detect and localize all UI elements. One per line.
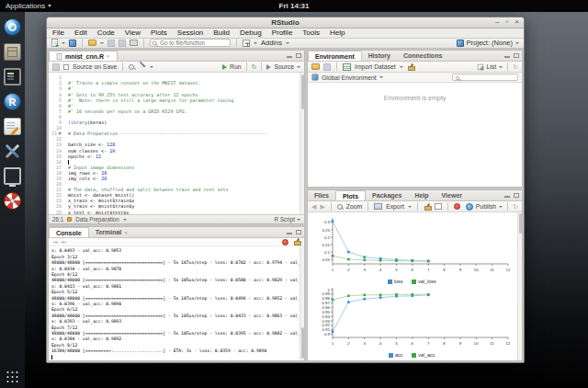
list-view-selector[interactable]: List [487, 63, 497, 70]
display-icon[interactable] [4, 167, 21, 185]
clear-plots-icon[interactable] [435, 203, 442, 210]
tab-files[interactable]: Files [308, 190, 335, 200]
source-on-save-checkbox[interactable] [63, 64, 69, 70]
editor-scrollbar[interactable] [300, 73, 304, 214]
publish-button[interactable]: Publish [476, 203, 496, 210]
minimize-pane-icon[interactable] [287, 56, 292, 58]
minimize-pane-icon[interactable] [287, 233, 292, 234]
plots-scrollbar[interactable] [517, 212, 522, 360]
maximize-pane-icon[interactable] [296, 230, 301, 234]
menu-view[interactable]: View [125, 29, 141, 37]
tab-environment[interactable]: Environment [308, 51, 362, 61]
menu-file[interactable]: File [52, 29, 64, 37]
close-tab-icon[interactable]: × [107, 53, 110, 59]
environment-search-input[interactable] [452, 74, 518, 81]
remove-plot-icon[interactable] [424, 203, 431, 211]
list-dropdown-icon[interactable] [499, 66, 503, 68]
code-tools-dropdown-icon[interactable] [150, 66, 153, 68]
import-dropdown-icon[interactable] [400, 66, 403, 68]
run-button[interactable]: Run [230, 63, 241, 70]
workspace-panes-button[interactable] [243, 40, 250, 47]
menu-code[interactable]: Code [97, 29, 115, 37]
print-button[interactable] [130, 40, 138, 46]
import-dataset-button[interactable]: Import Dataset [355, 63, 396, 70]
open-recent-dropdown-icon[interactable] [100, 42, 104, 44]
menu-build[interactable]: Build [213, 29, 230, 37]
save-button[interactable] [107, 40, 115, 47]
project-selector[interactable]: Project: (None) [467, 39, 513, 47]
open-file-button[interactable] [88, 40, 96, 46]
minimize-pane-icon[interactable] [504, 196, 510, 198]
maximize-button[interactable]: ▫ [505, 18, 508, 26]
load-workspace-icon[interactable] [311, 63, 320, 70]
next-plot-icon[interactable]: ▶ [320, 203, 324, 210]
new-file-button[interactable] [51, 39, 58, 47]
addins-dropdown-icon[interactable] [286, 42, 289, 44]
source-dropdown-icon[interactable] [297, 66, 300, 68]
close-button[interactable]: × [514, 18, 519, 26]
tab-terminal[interactable]: Terminal × [89, 227, 134, 237]
rerun-icon[interactable]: ↻ [252, 63, 257, 70]
console-output[interactable]: s: 0.0493 - val_acc: 0.9853Epoch 3/12480… [49, 246, 304, 360]
save-script-button[interactable] [52, 63, 60, 71]
code-editor[interactable]: 1234567891011121314151617181920212223242… [49, 73, 304, 214]
source-button[interactable]: Source [274, 63, 294, 70]
project-dropdown-icon[interactable] [515, 42, 519, 44]
addins-button[interactable]: Addins [261, 39, 282, 47]
maximize-pane-icon[interactable] [514, 193, 519, 198]
new-file-dropdown-icon[interactable] [62, 42, 65, 44]
menu-tools[interactable]: Tools [302, 29, 320, 37]
zoom-plot-button[interactable]: Zoom [346, 203, 362, 210]
scope-dropdown-icon[interactable] [123, 219, 127, 221]
maximize-pane-icon[interactable] [514, 53, 519, 58]
scope-selector[interactable]: Data Preparation [75, 216, 119, 223]
tab-console[interactable]: Console [49, 227, 89, 237]
environment-dropdown-icon[interactable] [379, 76, 383, 78]
close-terminal-icon[interactable]: × [124, 230, 128, 235]
applications-menu[interactable]: Applications [0, 0, 57, 12]
editor-line[interactable]: x_test <- mnist$test$x [68, 210, 304, 215]
stop-plot-button[interactable] [454, 203, 460, 210]
gedit-icon[interactable] [4, 118, 21, 135]
terminal-icon[interactable] [4, 68, 21, 86]
code-tools-icon[interactable] [138, 63, 146, 71]
stop-execution-button[interactable] [282, 239, 288, 245]
menu-plots[interactable]: Plots [151, 29, 167, 37]
global-environment-selector[interactable]: Global Environment [322, 74, 377, 81]
menu-help[interactable]: Help [330, 29, 345, 37]
menu-profile[interactable]: Profile [272, 29, 293, 37]
minimize-button[interactable]: – [495, 18, 499, 26]
show-applications-button[interactable] [6, 371, 18, 383]
save-all-button[interactable] [119, 40, 126, 47]
clear-console-icon[interactable] [293, 238, 300, 245]
tab-history[interactable]: History [362, 51, 397, 61]
tab-help[interactable]: Help [408, 190, 435, 200]
tab-plots[interactable]: Plots [335, 190, 366, 200]
refresh-icon[interactable]: ↻ [513, 63, 518, 70]
title-bar[interactable]: RStudio – ▫ × [47, 17, 524, 29]
clear-environment-icon[interactable] [407, 63, 414, 71]
file-type-dropdown-icon[interactable] [297, 219, 300, 221]
files-icon[interactable] [4, 43, 21, 61]
minimize-pane-icon[interactable] [504, 56, 510, 58]
panes-dropdown-icon[interactable] [254, 42, 257, 44]
file-type-selector[interactable]: R Script [275, 216, 295, 223]
tools-icon[interactable] [4, 143, 21, 160]
clock[interactable]: Fri 14:31 [279, 2, 310, 10]
rstudio-icon[interactable]: R [4, 93, 21, 110]
menu-debug[interactable]: Debug [240, 29, 262, 37]
browser-icon[interactable] [4, 18, 21, 36]
new-project-button[interactable] [69, 40, 76, 47]
help-icon[interactable] [4, 192, 21, 210]
export-dropdown-icon[interactable] [408, 206, 412, 208]
console-scrollbar[interactable] [300, 246, 304, 360]
previous-plot-icon[interactable]: ◀ [311, 203, 316, 210]
tab-viewer[interactable]: Viewer [435, 190, 469, 200]
tab-mnist-cnn[interactable]: mnist_cnn.R × [49, 51, 118, 61]
refresh-plots-icon[interactable]: ↻ [513, 203, 518, 210]
tab-packages[interactable]: Packages [366, 190, 408, 200]
maximize-pane-icon[interactable] [296, 53, 301, 58]
find-replace-icon[interactable] [129, 64, 134, 70]
goto-file-input[interactable] [150, 39, 231, 47]
save-workspace-icon[interactable] [323, 63, 331, 71]
